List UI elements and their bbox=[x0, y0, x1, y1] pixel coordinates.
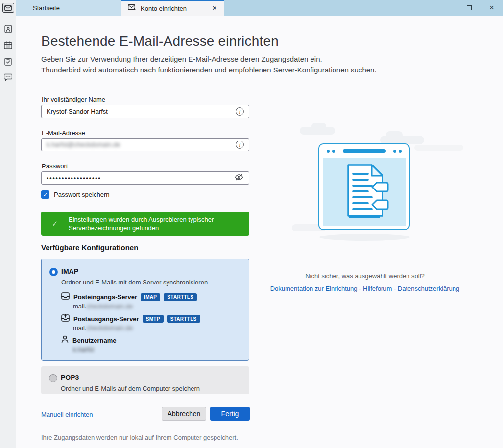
footer-note: Ihre Zugangsdaten werden nur lokal auf I… bbox=[41, 434, 238, 441]
email-input[interactable]: k.harfst@checkdomain.de i bbox=[41, 138, 249, 151]
calendar-icon[interactable] bbox=[0, 38, 16, 52]
person-icon bbox=[61, 335, 69, 345]
help-question: Nicht sicher, was ausgewählt werden soll… bbox=[274, 272, 455, 280]
cloud-shape bbox=[414, 145, 463, 151]
password-field-label: Passwort bbox=[42, 163, 68, 170]
tab-konto-einrichten[interactable]: Konto einrichten × bbox=[121, 0, 224, 16]
cancel-button[interactable]: Abbrechen bbox=[162, 407, 206, 421]
illustration-document bbox=[323, 158, 406, 226]
security-badge: STARTTLS bbox=[167, 315, 200, 323]
email-info-icon[interactable]: i bbox=[236, 141, 244, 149]
tasks-icon[interactable] bbox=[0, 54, 16, 69]
username-row: Benutzername bbox=[61, 335, 117, 345]
success-banner-line-1: Einstellungen wurden durch Ausprobieren … bbox=[69, 215, 214, 224]
mail-icon bbox=[2, 3, 14, 13]
configurations-heading: Verfügbare Konfigurationen bbox=[41, 243, 138, 252]
illustration-window-bar bbox=[319, 144, 409, 158]
link-separator: - bbox=[357, 285, 363, 292]
documentation-link[interactable]: Dokumentation zur Einrichtung bbox=[270, 285, 358, 292]
imap-description: Ordner und E-Mails mit dem Server synchr… bbox=[61, 279, 208, 286]
help-links: Dokumentation zur Einrichtung - Hilfefor… bbox=[260, 285, 470, 292]
remember-password-row: ✓ Passwort speichern bbox=[41, 190, 109, 199]
manual-setup-link[interactable]: Manuell einrichten bbox=[41, 411, 93, 418]
outgoing-host-prefix: mail. bbox=[73, 324, 86, 331]
outgoing-server-host: mail.checkdomain.de bbox=[73, 324, 133, 331]
name-input[interactable]: Krystof-Sandor Harfst i bbox=[41, 105, 249, 118]
username-value: k.harfst bbox=[73, 346, 94, 353]
username-label: Benutzername bbox=[72, 337, 117, 344]
maximize-icon bbox=[467, 5, 472, 10]
outgoing-server-label: Postausgangs-Server bbox=[73, 315, 139, 323]
password-input-value: •••••••••••••••••• bbox=[47, 175, 234, 182]
pop3-label: POP3 bbox=[61, 374, 79, 381]
imap-radio[interactable] bbox=[49, 268, 58, 276]
setup-illustration bbox=[318, 143, 410, 230]
incoming-server-row: Posteingangs-Server IMAP STARTTLS bbox=[61, 292, 197, 302]
pop3-description: Ordner und E-Mails auf dem Computer spei… bbox=[61, 385, 200, 392]
protocol-badge: IMAP bbox=[141, 293, 160, 301]
close-icon: × bbox=[489, 3, 494, 13]
success-banner-text: Einstellungen wurden durch Ausprobieren … bbox=[69, 215, 214, 232]
tab-startseite-label: Startseite bbox=[33, 4, 60, 12]
success-banner-line-2: Serverbezeichnungen gefunden bbox=[69, 224, 214, 232]
success-check-icon: ✓ bbox=[41, 219, 69, 228]
titlebar: Startseite Konto einrichten × × bbox=[0, 0, 503, 16]
imap-label: IMAP bbox=[61, 267, 78, 275]
page-subtitle: Geben Sie zur Verwendung Ihrer derzeitig… bbox=[41, 54, 377, 75]
remember-password-label: Passwort speichern bbox=[54, 191, 109, 198]
chat-icon[interactable] bbox=[0, 70, 16, 85]
spaces-sidebar bbox=[0, 16, 16, 448]
help-forum-link[interactable]: Hilfeforum bbox=[363, 285, 392, 292]
inbox-icon bbox=[61, 292, 70, 302]
maximize-button[interactable] bbox=[458, 0, 480, 16]
incoming-server-host: mail.checkdomain.de bbox=[73, 303, 133, 310]
cloud-shape bbox=[386, 131, 403, 139]
password-visibility-toggle-icon[interactable] bbox=[234, 173, 244, 183]
privacy-policy-link[interactable]: Datenschutzerklärung bbox=[398, 285, 459, 292]
incoming-host-prefix: mail. bbox=[73, 303, 86, 310]
outbox-icon bbox=[61, 314, 70, 324]
incoming-server-label: Posteingangs-Server bbox=[73, 293, 137, 301]
name-input-value: Krystof-Sandor Harfst bbox=[47, 108, 236, 115]
tab-konto-label: Konto einrichten bbox=[141, 5, 187, 12]
pop3-option[interactable]: POP3 Ordner und E-Mails auf dem Computer… bbox=[41, 366, 249, 394]
password-input[interactable]: •••••••••••••••••• bbox=[41, 171, 249, 185]
email-field-label: E-Mail-Adresse bbox=[42, 129, 85, 137]
page-title: Bestehende E-Mail-Adresse einrichten bbox=[41, 33, 279, 49]
minimize-button[interactable] bbox=[435, 0, 458, 16]
name-info-icon[interactable]: i bbox=[236, 107, 244, 116]
done-button[interactable]: Fertig bbox=[210, 407, 250, 421]
tab-close-icon[interactable]: × bbox=[210, 4, 219, 13]
remember-password-checkbox[interactable]: ✓ bbox=[41, 190, 49, 199]
illustration-shadow bbox=[319, 234, 410, 241]
address-book-icon[interactable] bbox=[0, 22, 16, 36]
mail-space-button[interactable] bbox=[0, 0, 16, 16]
link-separator: - bbox=[392, 285, 398, 292]
outgoing-server-row: Postausgangs-Server SMTP STARTTLS bbox=[61, 314, 200, 324]
window-controls: × bbox=[435, 0, 503, 16]
envelope-plus-icon bbox=[128, 4, 136, 12]
subtitle-line-2: Thunderbird wird automatisch nach funkti… bbox=[41, 65, 377, 75]
security-badge: STARTTLS bbox=[164, 293, 197, 301]
close-button[interactable]: × bbox=[480, 0, 503, 16]
email-input-value: k.harfst@checkdomain.de bbox=[47, 141, 236, 148]
cloud-shape bbox=[311, 123, 326, 130]
incoming-host-redacted: checkdomain.de bbox=[86, 303, 133, 310]
subtitle-line-1: Geben Sie zur Verwendung Ihrer derzeitig… bbox=[41, 54, 377, 65]
pop3-radio[interactable] bbox=[49, 374, 57, 382]
minimize-icon bbox=[444, 8, 450, 8]
protocol-badge: SMTP bbox=[143, 315, 164, 323]
outgoing-host-redacted: checkdomain.de bbox=[86, 324, 133, 331]
tab-startseite[interactable]: Startseite bbox=[16, 0, 121, 16]
name-field-label: Ihr vollständiger Name bbox=[42, 96, 105, 103]
imap-option[interactable]: IMAP Ordner und E-Mails mit dem Server s… bbox=[41, 259, 249, 361]
success-banner: ✓ Einstellungen wurden durch Ausprobiere… bbox=[41, 212, 249, 236]
account-setup-window: Startseite Konto einrichten × × B bbox=[0, 0, 503, 448]
